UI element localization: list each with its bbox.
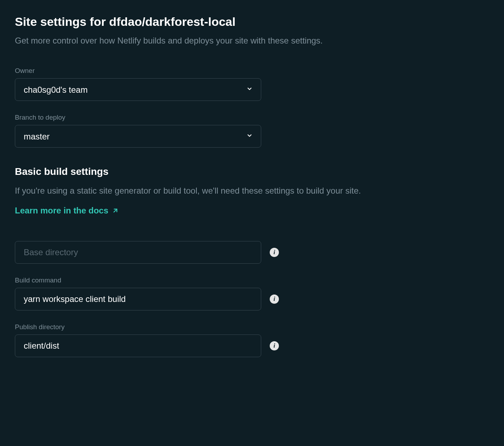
publish-directory-row: i: [15, 334, 489, 357]
build-section-subtitle: If you're using a static site generator …: [15, 184, 489, 197]
owner-select[interactable]: cha0sg0d's team: [15, 78, 261, 101]
build-section-title: Basic build settings: [15, 166, 489, 177]
build-command-group: Build command i: [15, 276, 489, 310]
build-command-label: Build command: [15, 276, 489, 284]
docs-link[interactable]: Learn more in the docs: [15, 206, 119, 216]
owner-select-wrapper: cha0sg0d's team: [15, 78, 261, 101]
info-icon[interactable]: i: [270, 341, 279, 350]
page-title: Site settings for dfdao/darkforest-local: [15, 15, 489, 29]
base-directory-input[interactable]: [15, 241, 261, 264]
publish-directory-group: Publish directory i: [15, 323, 489, 357]
info-icon[interactable]: i: [270, 295, 279, 304]
info-icon[interactable]: i: [270, 248, 279, 257]
branch-select[interactable]: master: [15, 125, 261, 148]
info-icon-glyph: i: [274, 249, 275, 256]
publish-directory-input[interactable]: [15, 334, 261, 357]
branch-field-group: Branch to deploy master: [15, 114, 489, 148]
owner-field-group: Owner cha0sg0d's team: [15, 67, 489, 101]
owner-label: Owner: [15, 67, 489, 75]
external-link-icon: [112, 207, 119, 214]
info-icon-glyph: i: [274, 342, 275, 349]
info-icon-glyph: i: [274, 296, 275, 303]
page-subtitle: Get more control over how Netlify builds…: [15, 36, 489, 46]
build-command-row: i: [15, 288, 489, 310]
branch-label: Branch to deploy: [15, 114, 489, 121]
publish-directory-label: Publish directory: [15, 323, 489, 331]
base-directory-row: i: [15, 241, 489, 264]
branch-select-wrapper: master: [15, 125, 261, 148]
build-command-input[interactable]: [15, 288, 261, 310]
docs-link-text: Learn more in the docs: [15, 206, 108, 216]
